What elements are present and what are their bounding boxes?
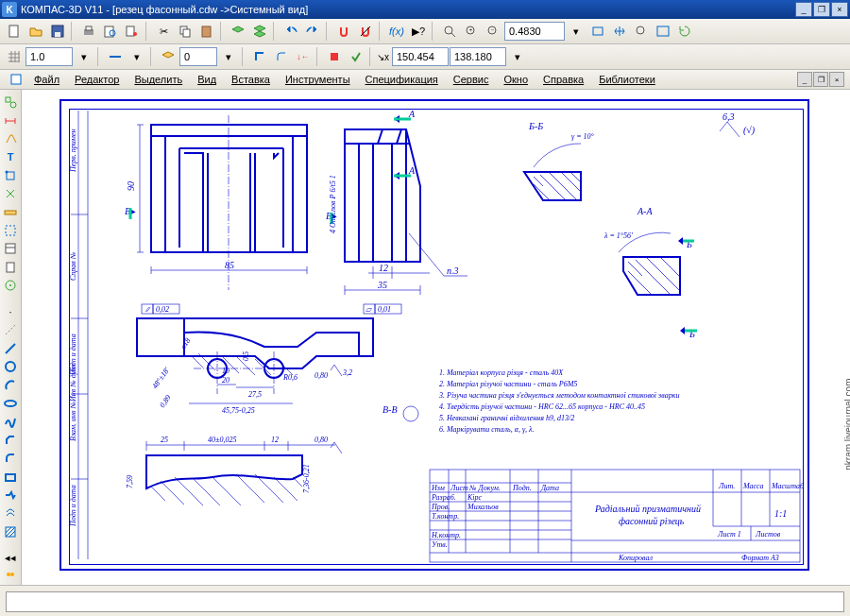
zoom-value-input[interactable] [504, 22, 565, 41]
copy-button[interactable] [175, 21, 196, 42]
coord-dropdown-button[interactable]: ▾ [507, 46, 528, 67]
designation-tool-button[interactable] [1, 130, 20, 147]
snap-toggle-button[interactable] [333, 21, 354, 42]
grid-toggle-button[interactable] [4, 46, 25, 67]
menu-select[interactable]: Выделить [127, 72, 190, 87]
snap-off-button[interactable] [355, 21, 376, 42]
svg-rect-10 [183, 29, 190, 37]
equidist-button[interactable] [1, 505, 20, 522]
panel-collapse-button[interactable]: ◂◂ [1, 549, 20, 566]
select-tool-button[interactable] [1, 222, 20, 239]
zoom-out-button[interactable]: − [483, 21, 503, 42]
fillet-button[interactable] [1, 450, 20, 467]
cut-button[interactable]: ✂ [153, 21, 174, 42]
open-button[interactable] [26, 21, 46, 42]
menu-libs[interactable]: Библиотеки [591, 72, 663, 87]
menu-spec[interactable]: Спецификация [358, 72, 446, 87]
svg-text:−: − [490, 26, 495, 34]
menu-insert[interactable]: Вставка [224, 72, 278, 87]
chamfer-button[interactable] [1, 432, 20, 449]
mdi-minimize-button[interactable]: _ [797, 72, 812, 87]
layer-stack-button[interactable] [158, 46, 178, 67]
zoom-window-button[interactable] [439, 21, 460, 42]
menu-window[interactable]: Окно [496, 72, 536, 87]
collect-button[interactable] [1, 487, 20, 504]
layer-dropdown-button[interactable]: ▾ [218, 46, 239, 67]
mdi-restore-button[interactable]: ❐ [813, 72, 828, 87]
pan-button[interactable] [609, 21, 630, 42]
point-button[interactable]: · [1, 303, 20, 320]
help-cursor-button[interactable]: ▶? [408, 21, 429, 42]
line-style-button[interactable] [105, 46, 126, 67]
views-tool-button[interactable] [1, 277, 20, 294]
svg-line-172 [212, 477, 241, 505]
menu-view[interactable]: Вид [190, 72, 224, 87]
apply-button[interactable] [346, 46, 366, 67]
svg-line-118 [661, 258, 680, 277]
hatch-button[interactable] [1, 523, 20, 540]
scale-input[interactable] [26, 47, 73, 66]
svg-line-171 [194, 479, 220, 505]
menu-tools[interactable]: Инструменты [278, 72, 358, 87]
maximize-button[interactable]: ❐ [813, 2, 830, 17]
preview-button[interactable] [100, 21, 121, 42]
svg-rect-38 [7, 263, 14, 272]
minimize-button[interactable]: _ [795, 2, 812, 17]
svg-text:λ = 1°56': λ = 1°56' [604, 231, 633, 240]
svg-text:85: 85 [225, 260, 234, 270]
stop-button[interactable] [324, 46, 345, 67]
round-button[interactable] [271, 46, 292, 67]
dimension-tool-button[interactable] [1, 111, 20, 128]
paste-button[interactable] [196, 21, 217, 42]
menu-file[interactable]: Файл [26, 72, 67, 87]
svg-text:γ = 10°: γ = 10° [571, 132, 595, 141]
arc-button[interactable] [1, 376, 20, 393]
print-button[interactable] [78, 21, 99, 42]
new-doc-button[interactable] [4, 21, 25, 42]
drawing-canvas[interactable]: Перв. примен Справ № Подп и дата Взам. и… [22, 90, 850, 585]
ortho-button[interactable] [249, 46, 270, 67]
line-style-dropdown-button[interactable]: ▾ [127, 46, 147, 67]
zoom-in-button[interactable]: + [461, 21, 482, 42]
edit-tool-button[interactable] [1, 167, 20, 184]
scale-dropdown-button[interactable]: ▾ [74, 46, 94, 67]
svg-text:45,75-0,25: 45,75-0,25 [222, 406, 255, 415]
coord-x-input[interactable] [392, 47, 449, 66]
save-button[interactable] [47, 21, 68, 42]
coord-y-input[interactable] [450, 47, 506, 66]
report-tool-button[interactable] [1, 259, 20, 276]
zoom-fit-button[interactable] [587, 21, 608, 42]
redraw-button[interactable] [674, 21, 695, 42]
menu-icon[interactable] [6, 69, 26, 90]
measure-tool-button[interactable] [1, 203, 20, 220]
variables-button[interactable]: f(x) [386, 21, 407, 42]
zoom-all-button[interactable] [653, 21, 673, 42]
panel-team-icon [1, 568, 20, 585]
layers-button[interactable] [228, 21, 248, 42]
svg-point-13 [445, 26, 452, 34]
command-input[interactable] [6, 591, 844, 612]
menu-help[interactable]: Справка [536, 72, 591, 87]
undo-button[interactable] [280, 21, 301, 42]
spec-tool-button[interactable] [1, 240, 20, 257]
param-tool-button[interactable] [1, 185, 20, 202]
geometry-tool-button[interactable] [1, 94, 20, 111]
zoom-prev-button[interactable] [631, 21, 652, 42]
lcs-button[interactable]: ↓← [293, 46, 314, 67]
circle-button[interactable] [1, 358, 20, 375]
close-button[interactable]: × [831, 2, 848, 17]
layer-input[interactable] [179, 47, 217, 66]
layer-toggle-button[interactable] [249, 21, 270, 42]
aux-line-button[interactable] [1, 321, 20, 338]
rect-button[interactable] [1, 468, 20, 485]
ellipse-button[interactable] [1, 395, 20, 412]
menu-editor[interactable]: Редактор [67, 72, 127, 87]
mdi-close-button[interactable]: × [829, 72, 844, 87]
line-button[interactable] [1, 340, 20, 357]
menu-service[interactable]: Сервис [446, 72, 497, 87]
spline-button[interactable] [1, 413, 20, 430]
zoom-dropdown-button[interactable]: ▾ [566, 21, 586, 42]
properties-button[interactable] [122, 21, 143, 42]
text-tool-button[interactable]: Т [1, 148, 20, 165]
redo-button[interactable] [302, 21, 323, 42]
